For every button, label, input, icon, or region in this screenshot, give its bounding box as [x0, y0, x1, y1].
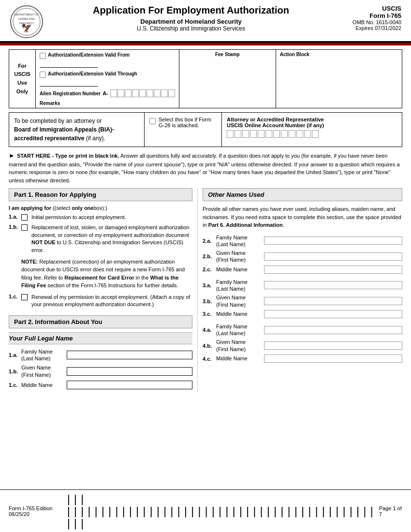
on-3a-label: Family Name(Last Name)	[216, 279, 262, 293]
omb-number: OMB No. 1615-0040	[334, 19, 401, 25]
p2-field-1c-row: 1.c. Middle Name	[9, 381, 192, 389]
item-1a-checkbox[interactable]	[21, 214, 28, 221]
arrow-icon: ►	[9, 152, 15, 159]
attorney-text-2: Board of Immigration Appeals (BIA)-	[14, 126, 114, 133]
alien-box-1[interactable]	[110, 89, 117, 97]
alien-reg-label: Alien Registration Number	[40, 91, 101, 96]
footer-form-info: Form I-765 Edition 08/25/20	[9, 505, 65, 517]
on-2c-input[interactable]	[264, 266, 402, 274]
item-1b-checkbox[interactable]	[21, 224, 28, 231]
on-3c-num: 3.c.	[203, 311, 214, 317]
alien-box-4[interactable]	[132, 89, 139, 97]
on-2b-num: 2.b.	[203, 253, 214, 259]
auth-ext-from-checkbox[interactable]	[40, 53, 46, 59]
form-agency-label: USCIS	[334, 5, 401, 12]
auth-ext-through-checkbox[interactable]	[40, 72, 46, 78]
p2-field-1b-input[interactable]	[67, 367, 192, 376]
uscis-fields: Authorization/Extension Valid From Autho…	[36, 50, 179, 108]
right-column: Other Names Used Provide all other names…	[197, 188, 402, 392]
item-1b-text: Replacement of lost, stolen, or damaged …	[31, 224, 192, 254]
atty-box-12[interactable]	[312, 130, 319, 138]
item-1c-checkbox[interactable]	[21, 294, 28, 300]
attorney-mid: Select this box if Form G-28 is attached…	[145, 113, 222, 147]
alien-box-8[interactable]	[161, 89, 168, 97]
other-names-3c-row: 3.c. Middle Name	[203, 310, 402, 318]
other-names-2c-row: 2.c. Middle Name	[203, 266, 402, 274]
atty-box-2[interactable]	[235, 130, 241, 138]
svg-text:DEPARTMENT OF: DEPARTMENT OF	[15, 13, 39, 16]
attorney-right: Attorney or Accredited Representative US…	[222, 113, 402, 147]
atty-box-1[interactable]	[227, 130, 234, 138]
other-names-header: Other Names Used	[203, 188, 402, 201]
on-3b-input[interactable]	[264, 297, 402, 305]
atty-box-11[interactable]	[304, 130, 311, 138]
atty-box-5[interactable]	[258, 130, 264, 138]
other-names-4c-row: 4.c. Middle Name	[203, 355, 402, 363]
atty-box-7[interactable]	[273, 130, 280, 138]
p2-field-1c-num: 1.c.	[9, 382, 19, 388]
svg-text:🦅: 🦅	[21, 23, 32, 33]
p2-field-1c-label: Middle Name	[21, 382, 65, 388]
on-4a-label: Family Name(Last Name)	[216, 323, 262, 337]
auth-ext-valid-from-row: Authorization/Extension Valid From	[40, 52, 175, 59]
atty-box-6[interactable]	[265, 130, 272, 138]
on-2c-num: 2.c.	[203, 266, 214, 272]
on-4b-num: 4.b.	[203, 343, 214, 349]
on-2b-input[interactable]	[264, 252, 402, 261]
action-block: Action Block	[276, 50, 402, 108]
on-4b-input[interactable]	[264, 341, 402, 350]
red-bar	[0, 43, 411, 45]
atty-box-8[interactable]	[281, 130, 288, 138]
on-3a-num: 3.a.	[203, 282, 214, 288]
p2-field-1a-label: Family Name (Last Name)	[21, 348, 65, 362]
atty-box-3[interactable]	[242, 130, 249, 138]
on-2b-label: Given Name(First Name)	[216, 250, 262, 264]
item-1a-row: 1.a. Initial permission to accept employ…	[9, 214, 192, 221]
start-here-bold: START HERE - Type or print in black ink.	[17, 153, 119, 159]
header-right: USCIS Form I-765 OMB No. 1615-0040 Expir…	[334, 5, 401, 31]
form-title: Application For Employment Authorization	[48, 5, 334, 16]
alien-box-9[interactable]	[168, 89, 175, 97]
on-4c-label: Middle Name	[216, 355, 262, 362]
alien-box-5[interactable]	[139, 89, 146, 97]
p2-field-1a-input[interactable]	[67, 351, 192, 359]
svg-text:HOMELAND: HOMELAND	[18, 17, 35, 20]
uscis-use-section: For USCIS Use Only Authorization/Extensi…	[9, 49, 402, 108]
note-block: NOTE: Replacement (correction) of an emp…	[21, 258, 192, 290]
on-2a-num: 2.a.	[203, 238, 214, 244]
p2-field-1c-input[interactable]	[67, 381, 192, 389]
barcode: ||| ||||||||||||||||||||||||||||||||||||…	[65, 493, 379, 529]
alien-box-2[interactable]	[117, 89, 124, 97]
on-2a-input[interactable]	[264, 236, 402, 245]
on-4a-input[interactable]	[264, 326, 402, 334]
other-names-3a-row: 3.a. Family Name(Last Name)	[203, 279, 402, 293]
part1-header: Part 1. Reason for Applying	[9, 188, 192, 201]
p2-field-1a-num: 1.a.	[9, 352, 19, 358]
other-names-4b-row: 4.b. Given Name(First Name)	[203, 339, 402, 353]
header: DEPARTMENT OF HOMELAND SECURITY 🦅 Applic…	[0, 0, 411, 43]
alien-reg-boxes	[110, 89, 175, 97]
expires-date: Expires 07/31/2022	[334, 25, 401, 31]
atty-box-10[interactable]	[296, 130, 303, 138]
page: DEPARTMENT OF HOMELAND SECURITY 🦅 Applic…	[0, 0, 411, 532]
alien-box-7[interactable]	[154, 89, 161, 97]
alien-box-3[interactable]	[125, 89, 132, 97]
on-4b-label: Given Name(First Name)	[216, 339, 262, 353]
header-center: Application For Employment Authorization…	[48, 5, 334, 32]
two-col-layout: Part 1. Reason for Applying I am applyin…	[9, 188, 402, 392]
part2-header: Part 2. Information About You	[9, 315, 192, 328]
department-name: Department of Homeland Security	[48, 18, 334, 25]
alien-box-6[interactable]	[147, 89, 153, 97]
atty-box-9[interactable]	[289, 130, 295, 138]
agency-name: U.S. Citizenship and Immigration Service…	[48, 25, 334, 32]
item-1b-row: 1.b. Replacement of lost, stolen, or dam…	[9, 224, 192, 254]
page-footer: Form I-765 Edition 08/25/20 ||| ||||||||…	[0, 489, 411, 532]
on-3c-input[interactable]	[264, 310, 402, 318]
form-number: Form I-765	[334, 12, 401, 19]
left-column: Part 1. Reason for Applying I am applyin…	[9, 188, 197, 392]
g28-checkbox[interactable]	[149, 118, 156, 124]
atty-box-4[interactable]	[250, 130, 257, 138]
other-names-4a-row: 4.a. Family Name(Last Name)	[203, 323, 402, 337]
on-4c-input[interactable]	[264, 355, 402, 363]
on-3a-input[interactable]	[264, 281, 402, 289]
